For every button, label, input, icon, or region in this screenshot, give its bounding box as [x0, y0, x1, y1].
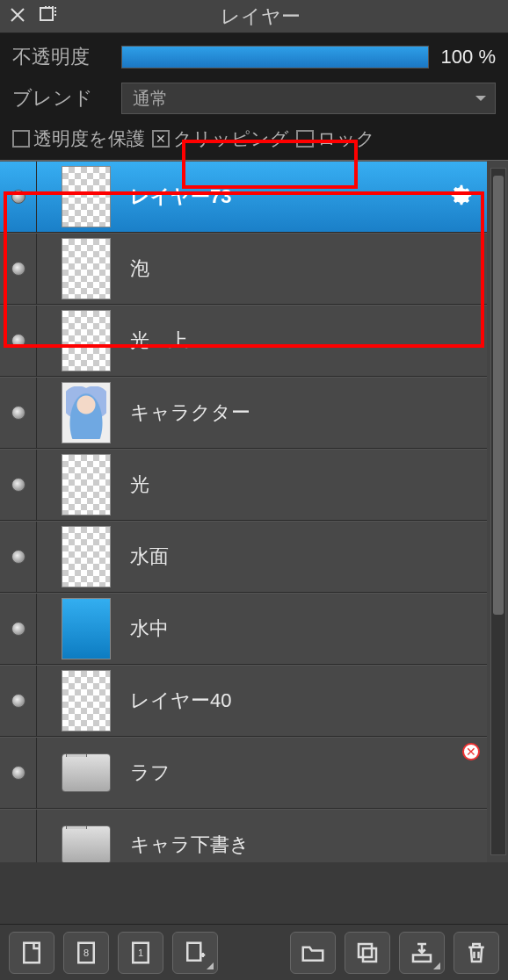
layer-thumbnail — [62, 670, 111, 731]
scroll-thumb[interactable] — [493, 176, 504, 615]
layer-thumbnail — [62, 310, 111, 371]
visibility-toggle[interactable] — [0, 450, 37, 520]
visibility-toggle[interactable] — [0, 378, 37, 448]
visibility-dot-icon — [11, 622, 25, 636]
layer-properties: 不透明度 100 % ブレンド 通常 透明度を保護 クリッピング ロック — [0, 33, 508, 160]
layer-toolbar: 8 1 — [0, 924, 508, 980]
layers-list: レイヤー73泡光 上キャラクター光水面水中レイヤー40ラフ✕キャラ下書き — [0, 160, 508, 862]
visibility-toggle[interactable] — [0, 666, 37, 736]
layer-1-button[interactable]: 1 — [118, 932, 163, 974]
delete-button[interactable] — [454, 932, 499, 974]
gear-icon[interactable] — [448, 182, 475, 212]
opacity-label: 不透明度 — [12, 44, 109, 70]
visibility-dot-icon — [11, 262, 25, 276]
folder-button[interactable] — [290, 932, 336, 974]
scrollbar[interactable] — [490, 168, 506, 855]
svg-rect-0 — [40, 8, 53, 20]
disabled-badge-icon: ✕ — [462, 743, 480, 760]
close-icon[interactable] — [7, 4, 28, 29]
opacity-value: 100 % — [441, 46, 496, 68]
visibility-toggle[interactable] — [0, 234, 37, 304]
visibility-toggle[interactable] — [0, 738, 37, 808]
visibility-dot-icon — [11, 334, 25, 348]
svg-rect-4 — [187, 942, 200, 960]
visibility-dot-icon — [11, 766, 25, 780]
clipping-check[interactable]: クリッピング — [152, 126, 289, 151]
visibility-dot-icon — [11, 190, 25, 204]
duplicate-button[interactable] — [345, 932, 390, 974]
checkbox-icon — [296, 130, 314, 148]
layer-thumbnail — [62, 454, 111, 515]
layer-row[interactable]: レイヤー73 — [0, 161, 487, 233]
layer-name: レイヤー73 — [130, 184, 448, 210]
visibility-dot-icon — [11, 478, 25, 492]
layer-name: キャラクター — [130, 400, 487, 426]
visibility-dot-icon — [11, 694, 25, 708]
layer-name: ラフ — [130, 760, 487, 786]
layer-name: レイヤー40 — [130, 688, 487, 714]
visibility-dot-icon — [11, 550, 25, 564]
add-layer-menu-button[interactable] — [172, 932, 218, 974]
protect-transparency-check[interactable]: 透明度を保護 — [12, 126, 145, 151]
layer-thumbnail — [62, 598, 111, 659]
checkbox-icon — [152, 130, 170, 148]
layer-thumbnail — [62, 825, 111, 862]
checkbox-icon — [12, 130, 30, 148]
layer-thumbnail — [62, 166, 111, 227]
layer-name: 水中 — [130, 616, 487, 642]
visibility-toggle[interactable] — [0, 594, 37, 664]
layer-thumbnail — [62, 238, 111, 299]
blend-label: ブレンド — [12, 85, 109, 112]
layer-thumbnail — [62, 382, 111, 443]
popout-icon[interactable] — [37, 4, 58, 29]
merge-button[interactable] — [399, 932, 445, 974]
new-layer-button[interactable] — [9, 932, 54, 974]
layer-row[interactable]: キャラクター — [0, 377, 487, 449]
svg-rect-1 — [24, 942, 40, 962]
layer-name: 水面 — [130, 544, 487, 570]
layer-name: キャラ下書き — [130, 832, 487, 858]
layer-name: 光 上 — [130, 328, 487, 354]
layer-name: 光 — [130, 472, 487, 498]
layer-row[interactable]: 泡 — [0, 233, 487, 305]
opacity-slider[interactable] — [121, 46, 429, 68]
layer-8-button[interactable]: 8 — [63, 932, 109, 974]
svg-rect-7 — [413, 955, 431, 962]
panel-title: レイヤー — [58, 4, 462, 30]
blend-mode-select[interactable]: 通常 — [121, 83, 496, 114]
layer-thumbnail — [62, 526, 111, 587]
titlebar: レイヤー — [0, 0, 508, 33]
visibility-toggle[interactable] — [0, 162, 37, 232]
svg-rect-6 — [363, 948, 376, 962]
svg-rect-5 — [359, 944, 372, 957]
visibility-toggle[interactable] — [0, 522, 37, 592]
layer-thumbnail — [62, 753, 111, 792]
visibility-toggle[interactable] — [0, 306, 37, 376]
layer-row[interactable]: ラフ✕ — [0, 737, 487, 809]
visibility-dot-icon — [11, 406, 25, 420]
layer-row[interactable]: 水面 — [0, 521, 487, 593]
layer-name: 泡 — [130, 256, 487, 282]
layer-row[interactable]: 光 — [0, 449, 487, 521]
lock-check[interactable]: ロック — [296, 126, 375, 151]
layer-row[interactable]: レイヤー40 — [0, 665, 487, 737]
layer-row[interactable]: 光 上 — [0, 305, 487, 377]
layer-row[interactable]: 水中 — [0, 593, 487, 665]
layer-row[interactable]: キャラ下書き — [0, 809, 487, 862]
visibility-toggle[interactable] — [0, 810, 37, 862]
